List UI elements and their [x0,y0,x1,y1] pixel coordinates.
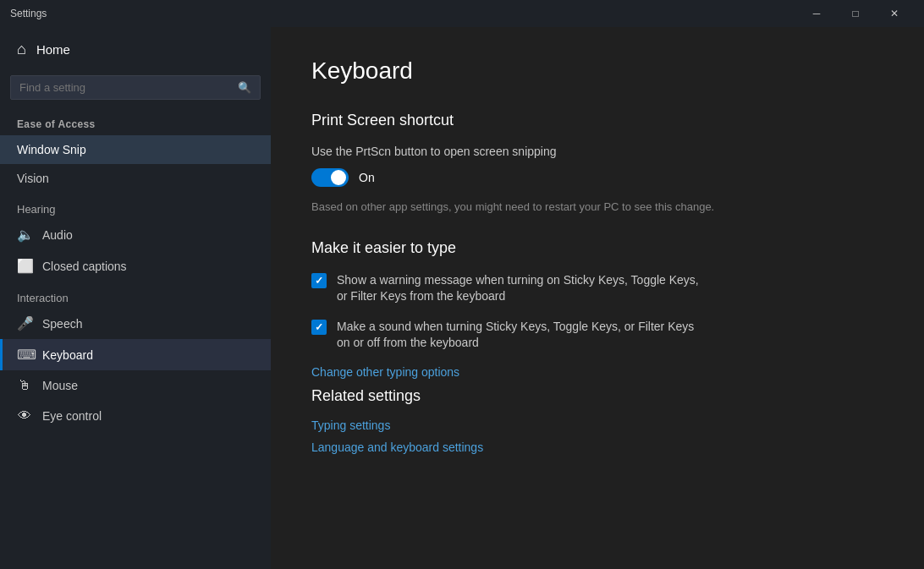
change-typing-options-link[interactable]: Change other typing options [311,365,883,379]
vision-label: Vision [17,172,49,185]
checkbox-sticky-keys-sound[interactable]: ✓ [311,320,327,335]
search-icon: 🔍 [238,81,251,94]
search-box: 🔍 [10,75,261,100]
interaction-section-label: Interaction [0,282,271,308]
closed-captions-label: Closed captions [42,260,127,273]
sidebar-item-audio[interactable]: 🔈 Audio [0,219,271,250]
closed-captions-icon: ⬜ [17,258,32,274]
make-easier-section-title: Make it easier to type [311,239,883,257]
checkbox-row-1: ✓ Show a warning message when turning on… [311,272,883,305]
mouse-label: Mouse [42,379,78,392]
home-icon: ⌂ [17,41,26,58]
mouse-icon: 🖱 [17,378,32,393]
keyboard-label: Keyboard [42,348,93,362]
app-body: ⌂ Home 🔍 Ease of Access Window Snip Visi… [0,27,924,569]
eye-control-label: Eye control [42,409,102,423]
maximize-button[interactable]: □ [836,0,875,27]
related-settings-title: Related settings [311,387,883,405]
info-text: Based on other app settings, you might n… [311,199,718,216]
toggle-row: On [311,168,883,187]
sidebar-item-keyboard[interactable]: ⌨ Keyboard [0,339,271,370]
sidebar-item-mouse[interactable]: 🖱 Mouse [0,370,271,401]
app-title: Settings [10,8,47,19]
speech-icon: 🎤 [17,315,32,331]
checkbox-sticky-keys-warning[interactable]: ✓ [311,273,327,288]
audio-label: Audio [42,228,73,242]
toggle-state-label: On [359,171,375,184]
eye-control-icon: 👁 [17,408,32,424]
window-snip-label: Window Snip [17,143,86,156]
check-icon-1: ✓ [315,275,323,287]
sidebar-item-home[interactable]: ⌂ Home [0,27,271,72]
typing-settings-link[interactable]: Typing settings [311,419,883,432]
print-screen-section-title: Print Screen shortcut [311,112,883,129]
titlebar: Settings ─ □ ✕ [0,0,924,27]
sidebar-item-speech[interactable]: 🎤 Speech [0,308,271,339]
checkbox-row-2: ✓ Make a sound when turning Sticky Keys,… [311,319,883,352]
window-controls: ─ □ ✕ [797,0,914,27]
sidebar: ⌂ Home 🔍 Ease of Access Window Snip Visi… [0,27,271,569]
ease-of-access-section-label: Ease of Access [0,110,271,135]
checkbox-1-text: Show a warning message when turning on S… [337,272,709,305]
print-screen-toggle[interactable] [311,168,349,187]
close-button[interactable]: ✕ [875,0,914,27]
search-input[interactable] [19,81,231,94]
keyboard-icon: ⌨ [17,347,32,363]
hearing-section-label: Hearing [0,193,271,219]
sidebar-item-closed-captions[interactable]: ⬜ Closed captions [0,250,271,282]
sidebar-item-vision[interactable]: Vision [0,164,271,193]
toggle-knob [331,170,346,185]
sidebar-item-eye-control[interactable]: 👁 Eye control [0,401,271,431]
checkbox-2-text: Make a sound when turning Sticky Keys, T… [337,319,709,352]
audio-icon: 🔈 [17,227,32,243]
sidebar-item-window-snip[interactable]: Window Snip [0,135,271,164]
print-screen-description: Use the PrtScn button to open screen sni… [311,145,883,158]
check-icon-2: ✓ [315,321,323,333]
home-label: Home [36,42,70,57]
speech-label: Speech [42,317,82,331]
content-area: Keyboard Print Screen shortcut Use the P… [271,27,924,569]
minimize-button[interactable]: ─ [797,0,836,27]
page-title: Keyboard [311,57,883,85]
language-keyboard-settings-link[interactable]: Language and keyboard settings [311,440,883,454]
